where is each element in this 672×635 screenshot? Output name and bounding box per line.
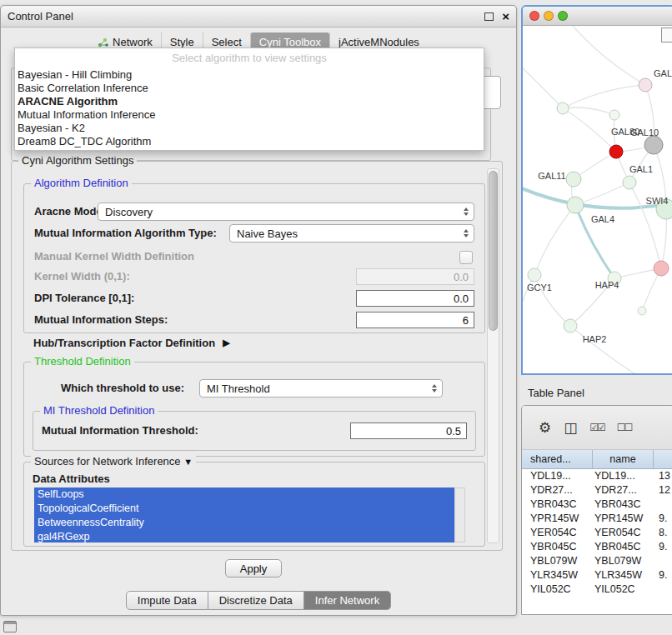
select-all-icon[interactable]: ☑☑ (589, 422, 604, 432)
network-node[interactable] (654, 261, 669, 276)
table-row[interactable]: YDR27...YDR27...12 (522, 483, 672, 498)
network-edge[interactable] (563, 108, 616, 152)
table-cell: YBR045C (593, 540, 654, 554)
dropdown-option-selected[interactable]: ARACNE Algorithm (15, 95, 484, 108)
mi-steps-field[interactable] (356, 312, 474, 328)
canvas-scroll-corner[interactable] (661, 28, 672, 42)
close-traffic-light-icon[interactable] (529, 11, 539, 21)
network-edge[interactable] (523, 63, 563, 108)
network-edge[interactable] (570, 326, 635, 374)
column-header-shared-name[interactable]: shared... (522, 450, 593, 468)
column-header-name[interactable]: name (593, 450, 654, 468)
network-node[interactable] (609, 145, 623, 158)
table-cell: 9. (654, 512, 672, 526)
table-row[interactable]: YDL19...YDL19...13 (522, 469, 672, 483)
dropdown-option[interactable]: Bayesian - Hill Climbing (15, 68, 484, 82)
network-edge[interactable] (575, 182, 629, 205)
combo-value: MI Threshold (207, 382, 270, 395)
combo-arrows-icon (464, 203, 469, 220)
zoom-traffic-light-icon[interactable] (558, 11, 568, 21)
network-node[interactable] (567, 197, 584, 213)
combo-value: Discovery (105, 206, 153, 218)
mi-algorithm-type-select[interactable]: Naive Bayes (229, 224, 474, 242)
network-edge[interactable] (563, 85, 645, 108)
settings-scrollbar[interactable] (487, 168, 499, 543)
minimize-traffic-light-icon[interactable] (544, 11, 554, 21)
float-window-icon[interactable] (484, 12, 494, 21)
network-canvas[interactable]: GALGAL80GAL10GAL11GAL1SWI4GAL4GCY1HAP4HA… (523, 26, 672, 374)
table-cell: YIL052C (522, 582, 593, 597)
hub-definition-expander[interactable]: Hub/Transcription Factor Definition ▶ (33, 337, 230, 349)
table-row[interactable]: YLR345WYLR345W9. (522, 568, 672, 582)
deselect-all-icon[interactable]: ☐☐ (617, 422, 632, 432)
close-window-icon[interactable]: × (502, 8, 509, 24)
network-node-label: HAP2 (583, 334, 607, 344)
sources-legend[interactable]: Sources for Network Inference ▼ (31, 455, 196, 468)
attribute-item-selected[interactable]: gal4RGexp (34, 530, 454, 542)
table-row[interactable]: YER054CYER054C8. (522, 526, 672, 540)
network-node[interactable] (639, 78, 652, 92)
table-row[interactable]: YBR045CYBR045C9. (522, 540, 672, 554)
mi-threshold-label: Mutual Information Threshold: (42, 422, 198, 440)
kernel-width-field[interactable] (356, 268, 474, 285)
table-row[interactable]: YBL079WYBL079W (522, 554, 672, 568)
dropdown-option[interactable]: Dream8 DC_TDC Algorithm (15, 135, 484, 148)
table-row[interactable]: YPR145WYPR145W9. (522, 512, 672, 526)
table-cell: YER054C (522, 526, 593, 540)
control-panel-window: Control Panel × Network Style Select Cyn… (0, 5, 517, 616)
table-row[interactable]: YIL052CYIL052C (522, 582, 672, 597)
gear-icon[interactable]: ⚙ (539, 421, 551, 435)
mi-threshold-field[interactable] (350, 422, 467, 439)
attributes-scrollbar[interactable] (454, 488, 465, 542)
aracne-mode-select[interactable]: Discovery (98, 202, 474, 221)
mi-algorithm-type-label: Mutual Information Algorithm Type: (34, 224, 217, 242)
apply-button[interactable]: Apply (225, 559, 282, 578)
network-node-label: HAP4 (595, 280, 619, 290)
dropdown-option[interactable]: Mutual Information Inference (15, 108, 484, 122)
column-header-partial[interactable] (654, 450, 672, 468)
combo-arrows-icon (432, 380, 437, 397)
network-node[interactable] (566, 172, 581, 187)
combo-arrows-icon (464, 225, 469, 242)
manual-kernel-width-checkbox[interactable] (459, 251, 473, 264)
table-cell (654, 582, 672, 597)
network-node[interactable] (564, 319, 577, 332)
network-node[interactable] (528, 268, 541, 282)
tab-impute-data[interactable]: Impute Data (126, 591, 208, 610)
table-cell: YPR145W (522, 512, 593, 526)
network-window-titlebar[interactable] (523, 7, 672, 26)
network-node[interactable] (557, 102, 569, 114)
network-node[interactable] (623, 176, 636, 189)
control-panel-titlebar[interactable]: Control Panel × (1, 6, 516, 28)
table-body: YDL19...YDL19...13YDR27...YDR27...12YBR0… (522, 469, 672, 597)
network-edge[interactable] (573, 26, 645, 85)
which-threshold-select[interactable]: MI Threshold (199, 379, 443, 398)
network-node[interactable] (644, 136, 663, 154)
tab-infer-network[interactable]: Infer Network (304, 591, 391, 610)
dropdown-option[interactable]: Basic Correlation Inference (15, 82, 484, 95)
scrollbar-thumb[interactable] (489, 171, 498, 331)
table-cell: YBL079W (593, 554, 654, 568)
collapsed-arrow-icon: ▶ (223, 338, 229, 348)
dpi-tolerance-field[interactable] (356, 290, 474, 307)
table-cell: YDR27... (593, 483, 654, 498)
dpi-tolerance-label: DPI Tolerance [0,1]: (34, 289, 134, 308)
tab-discretize-data[interactable]: Discretize Data (208, 591, 304, 610)
network-graph[interactable]: GALGAL80GAL10GAL11GAL1SWI4GAL4GCY1HAP4HA… (523, 26, 672, 374)
columns-icon[interactable]: ◫ (564, 421, 577, 435)
attribute-item-selected[interactable]: TopologicalCoefficient (34, 502, 454, 516)
table-cell: 8. (654, 526, 672, 540)
attribute-item-selected[interactable]: BetweennessCentrality (34, 516, 454, 530)
cyni-algorithm-settings-group: Cyni Algorithm Settings Algorithm Defini… (11, 161, 503, 551)
network-node[interactable] (638, 307, 646, 315)
table-row[interactable]: YBR043CYBR043C (522, 498, 672, 512)
restore-panel-icon[interactable] (3, 621, 17, 632)
network-node[interactable] (609, 110, 619, 120)
combo-value: Naive Bayes (237, 228, 298, 240)
dropdown-option[interactable]: Bayesian - K2 (15, 122, 484, 135)
table-cell (654, 554, 672, 568)
which-threshold-label: Which threshold to use: (61, 379, 184, 398)
network-edge[interactable] (534, 205, 575, 275)
attribute-item-selected[interactable]: SelfLoops (34, 488, 454, 502)
network-node-label: GCY1 (527, 282, 552, 292)
